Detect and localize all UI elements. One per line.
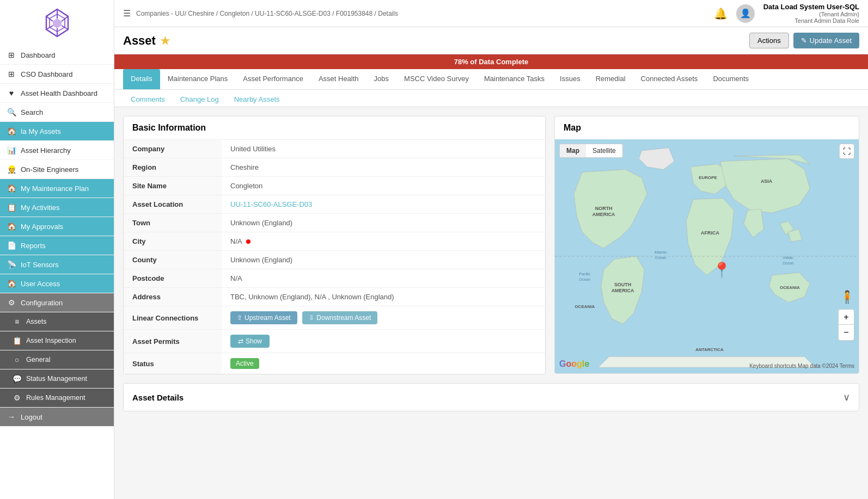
reports-icon: 📄 bbox=[7, 241, 16, 250]
svg-text:AMERICA: AMERICA bbox=[592, 212, 615, 217]
favorite-star-icon[interactable]: ★ bbox=[160, 34, 170, 47]
table-row: Asset Permits ⇄ Show bbox=[124, 330, 545, 353]
sidebar-item-asset-health-dashboard[interactable]: ♥ Asset Health Dashboard bbox=[0, 84, 114, 103]
sidebar-item-logout[interactable]: → Logout bbox=[0, 408, 114, 427]
show-permits-button[interactable]: ⇄ Show bbox=[230, 335, 270, 348]
sidebar-item-asset-inspection[interactable]: 📋 Asset Inspection bbox=[0, 331, 114, 350]
svg-text:OCEANIA: OCEANIA bbox=[780, 285, 800, 290]
sidebar-item-label: Status Management bbox=[26, 375, 87, 383]
sidebar-item-label: Asset Hierarchy bbox=[21, 146, 71, 155]
two-col-layout: Basic Information Company United Utiliti… bbox=[123, 116, 859, 374]
show-label: Show bbox=[246, 337, 262, 345]
tab-documents[interactable]: Documents bbox=[705, 69, 756, 89]
table-row: Asset Location UU-11-SC60-ALSGE-D03 bbox=[124, 195, 545, 214]
sidebar-item-my-maintenance-plan[interactable]: 🏠 My Maintenance Plan bbox=[0, 179, 114, 198]
field-value: ⇄ Show bbox=[222, 330, 545, 353]
user-role2: Tenant Admin Data Role bbox=[763, 17, 859, 24]
topbar-right: 🔔 👤 Data Load System User-SQL (Tenant Ad… bbox=[714, 3, 859, 24]
notification-bell-icon[interactable]: 🔔 bbox=[714, 7, 728, 20]
field-value: Congleton bbox=[222, 177, 545, 195]
sidebar-item-cso-dashboard[interactable]: ⊞ CSO Dashboard bbox=[0, 65, 114, 84]
satellite-view-button[interactable]: Satellite bbox=[586, 144, 622, 157]
logout-icon: → bbox=[7, 412, 16, 421]
tab-comments[interactable]: Comments bbox=[123, 92, 173, 107]
svg-text:Pacific: Pacific bbox=[579, 272, 591, 276]
sidebar-item-my-activities[interactable]: 📋 My Activities bbox=[0, 198, 114, 217]
tab-maintenance-tasks[interactable]: Maintenance Tasks bbox=[476, 69, 552, 89]
field-label: Town bbox=[124, 214, 222, 232]
zoom-in-button[interactable]: + bbox=[839, 310, 854, 325]
sidebar-item-configuration[interactable]: ⚙ Configuration bbox=[0, 293, 114, 312]
svg-text:Ocean: Ocean bbox=[783, 261, 794, 265]
svg-text:ANTARCTICA: ANTARCTICA bbox=[695, 347, 724, 352]
asset-details-header[interactable]: Asset Details ∨ bbox=[124, 384, 859, 411]
breadcrumb: ☰ Companies - UU/ Cheshire / Congleton /… bbox=[123, 8, 398, 19]
hamburger-icon[interactable]: ☰ bbox=[123, 8, 131, 19]
asset-location-link[interactable]: UU-11-SC60-ALSGE-D03 bbox=[230, 200, 312, 208]
sidebar-item-my-assets[interactable]: 🏠 Ia My Assets bbox=[0, 122, 114, 141]
tab-issues[interactable]: Issues bbox=[552, 69, 588, 89]
tab-change-log[interactable]: Change Log bbox=[173, 92, 227, 107]
sidebar-item-iot-sensors[interactable]: 📡 IoT Sensors bbox=[0, 255, 114, 274]
tab-remedial[interactable]: Remedial bbox=[588, 69, 633, 89]
sidebar-item-general[interactable]: ○ General bbox=[0, 350, 114, 369]
asset-details-section: Asset Details ∨ bbox=[123, 383, 859, 411]
map-fullscreen-button[interactable]: ⛶ bbox=[839, 144, 854, 159]
sidebar-item-status-management[interactable]: 💬 Status Management bbox=[0, 369, 114, 389]
status-badge: Active bbox=[230, 358, 259, 369]
my-assets-icon: 🏠 bbox=[7, 127, 16, 135]
upstream-icon: ⇧ bbox=[237, 314, 242, 322]
progress-text: 78% of Data Complete bbox=[454, 58, 529, 66]
field-value: Unknown (England) bbox=[222, 251, 545, 269]
upstream-asset-button[interactable]: ⇧ Upstream Asset bbox=[230, 311, 297, 324]
field-value: United Utilities bbox=[222, 140, 545, 158]
sidebar-item-assets-sub[interactable]: ≡ Assets bbox=[0, 312, 114, 331]
table-row: County Unknown (England) bbox=[124, 251, 545, 269]
user-info: Data Load System User-SQL (Tenant Admin)… bbox=[763, 3, 859, 24]
tab-asset-health[interactable]: Asset Health bbox=[311, 69, 366, 89]
show-arrow-icon: ⇄ bbox=[238, 337, 243, 345]
progress-bar: 78% of Data Complete bbox=[114, 54, 868, 69]
tab-details[interactable]: Details bbox=[123, 69, 160, 89]
field-value: TBC, Unknown (England), N/A , Unknown (E… bbox=[222, 288, 545, 306]
topbar: ☰ Companies - UU/ Cheshire / Congleton /… bbox=[114, 0, 868, 27]
map-location-pin: 📍 bbox=[712, 261, 731, 279]
tab-mscc-video-survey[interactable]: MSCC Video Survey bbox=[396, 69, 476, 89]
asset-details-title: Asset Details bbox=[132, 393, 184, 402]
tab-jobs[interactable]: Jobs bbox=[366, 69, 396, 89]
svg-marker-2 bbox=[53, 19, 62, 28]
sidebar-item-search[interactable]: 🔍 Search bbox=[0, 103, 114, 122]
tab-asset-performance[interactable]: Asset Performance bbox=[235, 69, 311, 89]
downstream-asset-button[interactable]: ⇩ Downstream Asset bbox=[302, 311, 377, 324]
sidebar-item-on-site-engineers[interactable]: 👷 On-Site Engineers bbox=[0, 160, 114, 179]
field-label: Status bbox=[124, 353, 222, 374]
zoom-out-button[interactable]: − bbox=[839, 325, 854, 340]
sidebar-item-asset-hierarchy[interactable]: 📊 Asset Hierarchy bbox=[0, 141, 114, 160]
street-view-icon[interactable]: 🧍 bbox=[839, 286, 854, 308]
sidebar-item-reports[interactable]: 📄 Reports bbox=[0, 236, 114, 255]
tab-connected-assets[interactable]: Connected Assets bbox=[633, 69, 706, 89]
map-view-button[interactable]: Map bbox=[560, 144, 586, 157]
main-content: ☰ Companies - UU/ Cheshire / Congleton /… bbox=[114, 0, 868, 499]
sidebar-item-my-approvals[interactable]: 🏠 My Approvals bbox=[0, 217, 114, 236]
avatar[interactable]: 👤 bbox=[736, 4, 755, 23]
field-value: Cheshire bbox=[222, 158, 545, 177]
config-icon: ⚙ bbox=[7, 298, 16, 307]
field-value: UU-11-SC60-ALSGE-D03 bbox=[222, 195, 545, 214]
table-row: Linear Connections ⇧ Upstream Asset ⇩ Do… bbox=[124, 306, 545, 330]
sidebar-item-dashboard[interactable]: ⊞ Dashboard bbox=[0, 46, 114, 65]
sidebar-item-label: Asset Health Dashboard bbox=[21, 89, 97, 97]
map-container[interactable]: NORTH AMERICA SOUTH AMERICA EUROPE ASIA … bbox=[555, 139, 859, 373]
breadcrumb-text: Companies - UU/ Cheshire / Congleton / U… bbox=[136, 10, 398, 17]
sidebar-nav: ⊞ Dashboard ⊞ CSO Dashboard ♥ Asset Heal… bbox=[0, 46, 114, 499]
field-label: Asset Location bbox=[124, 195, 222, 214]
actions-button[interactable]: Actions bbox=[749, 33, 789, 48]
update-asset-button[interactable]: ✎ Update Asset bbox=[793, 33, 859, 48]
engineers-icon: 👷 bbox=[7, 165, 16, 174]
sidebar-item-rules-management[interactable]: ⚙ Rules Management bbox=[0, 389, 114, 408]
tab-maintenance-plans[interactable]: Maintenance Plans bbox=[160, 69, 236, 89]
sidebar-item-user-access[interactable]: 🏠 User Access bbox=[0, 274, 114, 293]
user-name: Data Load System User-SQL bbox=[763, 3, 859, 11]
sidebar-item-label: Logout bbox=[21, 413, 42, 421]
tab-nearby-assets[interactable]: Nearby Assets bbox=[227, 92, 288, 107]
